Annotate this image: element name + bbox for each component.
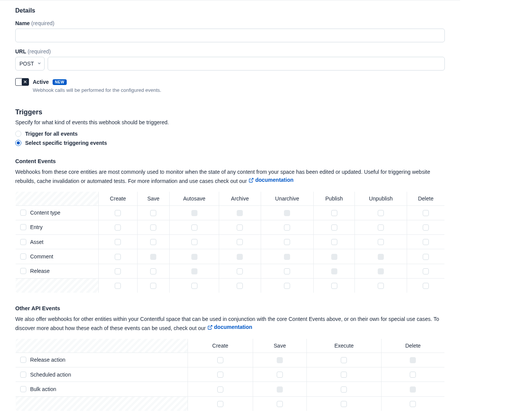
col-delete: Delete — [407, 191, 444, 205]
row-label: Comment — [30, 253, 53, 260]
active-label: Active — [33, 79, 49, 85]
event-checkbox[interactable] — [217, 386, 223, 393]
event-checkbox[interactable] — [284, 239, 290, 245]
event-checkbox[interactable] — [423, 224, 429, 231]
radio-trigger-all[interactable]: Trigger for all events — [15, 131, 445, 137]
row-label: Asset — [30, 239, 43, 245]
column-checkbox[interactable] — [237, 283, 243, 289]
column-checkbox[interactable] — [277, 401, 283, 407]
event-checkbox[interactable] — [115, 210, 121, 216]
event-checkbox[interactable] — [331, 210, 337, 216]
documentation-link[interactable]: documentation — [249, 176, 293, 184]
event-checkbox[interactable] — [284, 224, 290, 231]
event-checkbox[interactable] — [115, 239, 121, 245]
event-checkbox[interactable] — [237, 268, 243, 274]
table-corner — [16, 396, 188, 411]
url-input[interactable] — [48, 57, 445, 71]
event-checkbox[interactable] — [331, 224, 337, 231]
details-heading: Details — [15, 7, 445, 14]
event-checkbox[interactable] — [378, 224, 384, 231]
col-execute: Execute — [307, 338, 382, 353]
event-checkbox[interactable] — [423, 239, 429, 245]
event-checkbox[interactable] — [331, 239, 337, 245]
new-badge: NEW — [53, 79, 67, 85]
column-checkbox[interactable] — [217, 401, 223, 407]
event-checkbox[interactable] — [115, 254, 121, 260]
col-publish: Publish — [313, 191, 354, 205]
event-checkbox[interactable] — [410, 372, 416, 378]
row-label: Release — [30, 268, 50, 274]
column-checkbox[interactable] — [341, 401, 347, 407]
table-row: Release — [16, 264, 445, 278]
event-checkbox[interactable] — [150, 224, 156, 231]
row-checkbox[interactable] — [20, 357, 26, 363]
event-checkbox — [237, 254, 243, 260]
event-checkbox[interactable] — [284, 268, 290, 274]
event-checkbox — [150, 254, 156, 260]
documentation-link[interactable]: documentation — [207, 323, 252, 331]
event-checkbox[interactable] — [191, 224, 197, 231]
event-checkbox — [410, 357, 416, 363]
method-select[interactable]: POST — [15, 57, 45, 71]
event-checkbox — [378, 254, 384, 260]
other-events-desc: We also offer webhooks for other entitie… — [15, 315, 445, 332]
column-checkbox[interactable] — [410, 401, 416, 407]
row-checkbox[interactable] — [20, 224, 26, 230]
event-checkbox[interactable] — [150, 239, 156, 245]
col-archive: Archive — [219, 191, 261, 205]
event-checkbox[interactable] — [378, 239, 384, 245]
column-checkbox[interactable] — [115, 283, 121, 289]
row-checkbox[interactable] — [20, 239, 26, 245]
row-checkbox[interactable] — [20, 372, 26, 378]
table-corner — [16, 338, 188, 353]
active-toggle[interactable]: ✕ — [15, 78, 29, 86]
event-checkbox[interactable] — [217, 357, 223, 363]
event-checkbox[interactable] — [341, 386, 347, 393]
event-checkbox[interactable] — [423, 210, 429, 216]
event-checkbox[interactable] — [378, 210, 384, 216]
table-row — [16, 278, 445, 293]
content-events-table: Create Save Autosave Archive Unarchive P… — [15, 191, 445, 293]
event-checkbox[interactable] — [115, 224, 121, 231]
event-checkbox[interactable] — [115, 268, 121, 274]
column-checkbox[interactable] — [378, 283, 384, 289]
column-checkbox[interactable] — [191, 283, 197, 289]
table-row: Bulk action — [16, 382, 445, 396]
radio-trigger-specific[interactable]: Select specific triggering events — [15, 140, 445, 146]
col-create: Create — [99, 191, 138, 205]
column-checkbox[interactable] — [150, 283, 156, 289]
name-input[interactable] — [15, 29, 445, 42]
event-checkbox[interactable] — [237, 224, 243, 231]
row-checkbox[interactable] — [20, 386, 26, 392]
event-checkbox[interactable] — [191, 239, 197, 245]
event-checkbox[interactable] — [341, 372, 347, 378]
active-help-text: Webhook calls will be performed for the … — [33, 87, 445, 93]
column-checkbox[interactable] — [331, 283, 337, 289]
row-checkbox[interactable] — [20, 210, 26, 216]
radio-all-label: Trigger for all events — [25, 131, 78, 137]
column-checkbox[interactable] — [423, 283, 429, 289]
external-link-icon — [207, 325, 213, 330]
triggers-desc: Specify for what kind of events this web… — [15, 119, 445, 125]
row-checkbox[interactable] — [20, 253, 26, 260]
event-checkbox[interactable] — [237, 239, 243, 245]
name-required: (required) — [31, 20, 55, 26]
column-checkbox[interactable] — [284, 283, 290, 289]
col-save: Save — [253, 338, 307, 353]
row-label: Content type — [30, 210, 60, 216]
event-checkbox[interactable] — [150, 210, 156, 216]
close-icon: ✕ — [23, 80, 27, 84]
event-checkbox[interactable] — [217, 372, 223, 378]
content-events-desc: Webhooks from these core entities are mo… — [15, 168, 445, 185]
table-corner — [16, 191, 99, 205]
event-checkbox[interactable] — [341, 357, 347, 363]
event-checkbox[interactable] — [423, 254, 429, 260]
url-label: URL (required) — [15, 48, 445, 55]
event-checkbox[interactable] — [277, 372, 283, 378]
row-checkbox[interactable] — [20, 268, 26, 274]
event-checkbox[interactable] — [150, 268, 156, 274]
event-checkbox[interactable] — [423, 268, 429, 274]
table-row: Asset — [16, 235, 445, 249]
event-checkbox — [277, 357, 283, 363]
col-save: Save — [137, 191, 169, 205]
